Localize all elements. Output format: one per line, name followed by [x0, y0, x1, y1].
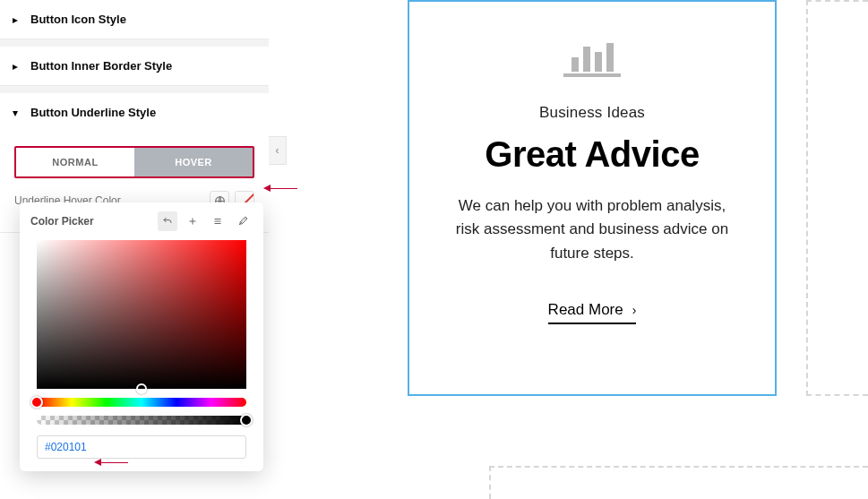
saturation-picker[interactable]	[37, 240, 246, 389]
preview-card: Business Ideas Great Advice We can help …	[408, 0, 777, 396]
section-title: Button Inner Border Style	[30, 59, 172, 73]
caret-right-icon: ▸	[9, 13, 21, 26]
section-title: Button Underline Style	[30, 106, 156, 119]
widget-placeholder[interactable]	[489, 466, 868, 499]
tab-hover[interactable]: HOVER	[134, 148, 253, 176]
tab-normal[interactable]: NORMAL	[16, 148, 134, 176]
bar-chart-icon	[563, 34, 621, 77]
section-divider	[0, 86, 269, 93]
hex-input[interactable]	[37, 435, 246, 459]
caret-right-icon: ▸	[9, 60, 21, 73]
read-more-label: Read More	[548, 301, 623, 319]
read-more-button[interactable]: Read More ›	[548, 301, 637, 324]
state-tabs: NORMAL HOVER	[14, 146, 254, 178]
caret-down-icon: ▾	[9, 107, 21, 119]
alpha-handle[interactable]	[240, 414, 253, 426]
eyedropper-icon[interactable]	[233, 211, 253, 231]
card-title: Great Advice	[409, 134, 775, 175]
collapse-sidebar-button[interactable]: ‹	[269, 136, 287, 165]
section-title: Button Icon Style	[30, 13, 126, 26]
alpha-slider[interactable]	[37, 416, 246, 425]
hue-slider[interactable]	[37, 398, 246, 407]
saturation-handle[interactable]	[136, 383, 147, 394]
list-icon[interactable]	[208, 211, 228, 231]
annotation-arrow-icon	[94, 459, 128, 466]
color-picker-title: Color Picker	[30, 215, 94, 228]
chevron-right-icon: ›	[632, 303, 637, 317]
card-description: We can help you with problem analysis, r…	[409, 194, 775, 265]
widget-placeholder[interactable]	[806, 0, 868, 396]
style-sidebar: ▸ Button Icon Style ▸ Button Inner Borde…	[0, 0, 269, 233]
section-button-icon-style[interactable]: ▸ Button Icon Style	[0, 0, 269, 39]
annotation-arrow-icon	[263, 185, 297, 192]
undo-icon[interactable]	[158, 211, 177, 231]
section-divider	[0, 39, 269, 47]
section-button-inner-border-style[interactable]: ▸ Button Inner Border Style	[0, 47, 269, 86]
card-eyebrow: Business Ideas	[409, 104, 775, 122]
plus-icon[interactable]	[183, 211, 202, 231]
color-picker-popover: Color Picker	[20, 202, 263, 471]
hue-handle[interactable]	[30, 396, 43, 409]
